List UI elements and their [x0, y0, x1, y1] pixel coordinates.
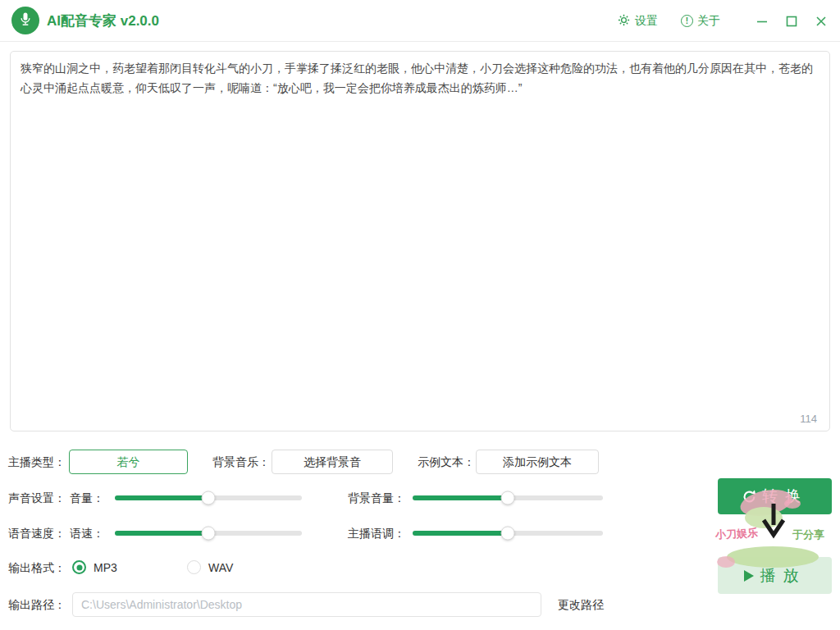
tone-slider-handle[interactable]	[501, 527, 515, 541]
bg-volume-label: 背景音量：	[348, 486, 405, 510]
close-button[interactable]	[810, 11, 832, 32]
bgm-select-button[interactable]: 选择背景音	[272, 450, 393, 474]
volume-label: 音量：	[70, 486, 104, 510]
output-format-label: 输出格式：	[8, 555, 66, 580]
info-icon: !	[681, 15, 693, 27]
volume-slider-fill	[115, 495, 208, 500]
about-label: 关于	[697, 14, 720, 29]
anchor-type-label: 主播类型：	[8, 450, 66, 474]
minimize-button[interactable]	[751, 11, 773, 32]
app-window: AI配音专家 v2.0.0 设置 ! 关于	[0, 0, 840, 630]
settings-button[interactable]: 设置	[617, 13, 658, 30]
tone-slider[interactable]	[413, 531, 603, 536]
speed-slider[interactable]	[115, 531, 302, 536]
radio-wav-label[interactable]: WAV	[208, 555, 233, 580]
maximize-button[interactable]	[781, 11, 802, 32]
radio-mp3[interactable]	[72, 560, 86, 574]
speed-slider-fill	[115, 531, 208, 536]
char-count: 114	[800, 413, 817, 425]
settings-label: 设置	[635, 14, 658, 29]
about-button[interactable]: ! 关于	[681, 14, 720, 29]
volume-slider[interactable]	[115, 495, 302, 500]
script-text-input[interactable]: 狭窄的山洞之中，药老望着那闭目转化斗气的小刀，手掌揉了揉泛红的老眼，他心中清楚，…	[10, 51, 830, 431]
add-sample-text-button[interactable]: 添加示例文本	[476, 450, 599, 474]
play-button-label: 播放	[756, 565, 806, 587]
convert-button[interactable]: 转换	[718, 478, 832, 514]
volume-slider-handle[interactable]	[202, 491, 216, 505]
microphone-icon	[17, 11, 34, 30]
bg-volume-slider-fill	[413, 495, 508, 500]
change-path-button[interactable]: 更改路径	[558, 592, 604, 617]
anchor-select-button[interactable]: 若兮	[69, 450, 188, 474]
radio-wav[interactable]	[187, 560, 201, 574]
sound-settings-label: 声音设置：	[8, 486, 66, 510]
sample-text-label: 示例文本：	[418, 450, 475, 474]
tone-slider-fill	[413, 531, 508, 536]
watermark-text-left: 小刀娱乐	[715, 526, 759, 543]
speed-label: 语速：	[70, 521, 104, 546]
title-bar: AI配音专家 v2.0.0 设置 ! 关于	[0, 0, 840, 42]
convert-icon	[742, 489, 757, 504]
radio-mp3-label[interactable]: MP3	[94, 555, 117, 580]
convert-button-label: 转换	[757, 486, 808, 507]
output-path-input[interactable]	[72, 592, 541, 617]
speech-speed-label: 语音速度：	[8, 521, 66, 546]
speed-slider-handle[interactable]	[202, 527, 216, 541]
play-icon	[744, 570, 754, 582]
bg-volume-slider-handle[interactable]	[501, 491, 515, 505]
tone-label: 主播语调：	[348, 521, 405, 546]
play-button[interactable]: 播放	[718, 557, 832, 594]
watermark-text-right: 于分享	[792, 527, 824, 542]
output-path-label: 输出路径：	[8, 592, 66, 617]
gear-icon	[617, 13, 631, 30]
app-logo	[11, 7, 39, 34]
app-title: AI配音专家 v2.0.0	[47, 0, 159, 42]
bg-volume-slider[interactable]	[413, 495, 603, 500]
text-editor-container: 狭窄的山洞之中，药老望着那闭目转化斗气的小刀，手掌揉了揉泛红的老眼，他心中清楚，…	[10, 51, 830, 431]
bgm-label: 背景音乐：	[212, 450, 270, 474]
